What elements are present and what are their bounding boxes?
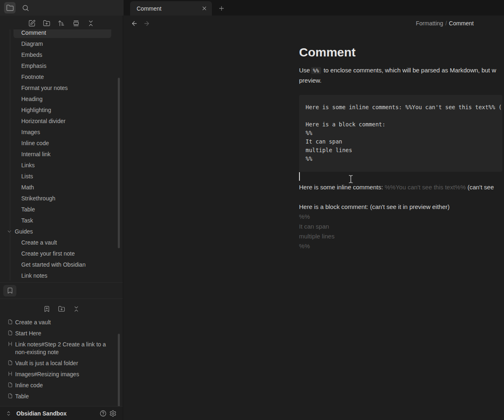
sidebar-item-file[interactable]: Links [14,159,111,171]
indent-guide-line [10,29,10,281]
search-icon [22,4,29,12]
preview-block-intro: Here is a block comment: (can't see it i… [299,202,450,212]
inline-code-chip: %% [311,67,321,74]
files-panel-button[interactable] [4,2,16,13]
bookmark-item[interactable]: Images#Resizing images [0,369,123,380]
code-line: %% [306,129,496,137]
preview-block-paragraph[interactable]: Here is a block comment: (can't see it i… [299,202,450,251]
bookmarks-toolbar [0,299,123,316]
faded-comment-line: multiple lines [299,231,450,241]
sidebar-item-file[interactable]: Inline code [14,137,111,148]
file-icon [7,382,13,388]
intro-pre: Use [299,67,310,74]
chevrons-up-down-icon[interactable] [6,411,11,416]
faded-comment-line: %% [299,241,450,251]
sidebar-folder-guides[interactable]: Guides [0,226,123,237]
bookmark-item[interactable]: Link notes#Step 2 Create a link to a non… [0,339,123,358]
bookmark-item[interactable]: Start Here [0,328,123,339]
code-line [306,112,496,120]
sidebar-item-file[interactable]: Images [14,126,111,137]
sidebar-item-file[interactable]: Create a vault [14,237,111,248]
bookmark-item[interactable]: Inline code [0,380,123,391]
tab-bar: Comment [124,0,504,16]
help-circle-icon [99,410,107,417]
sidebar-item-file[interactable]: Create your first note [14,248,111,259]
tab-comment[interactable]: Comment [130,1,212,16]
folder-label: Guides [15,228,33,235]
file-tree: Comment Diagram Embeds Emphasis Footnote… [0,29,123,282]
guides-children: Create a vault Create your first note Ge… [0,237,123,281]
chevrons-down-up-icon [87,20,94,27]
intro-paragraph[interactable]: Use%% to enclose comments, which will be… [299,65,496,85]
file-icon [7,319,13,325]
sidebar-item-file[interactable]: Get started with Obsidian [14,259,111,270]
note-title[interactable]: Comment [299,45,356,60]
bookmarks-panel-button[interactable] [3,285,16,296]
code-line: Here is some inline comments: %%You can'… [306,103,496,112]
sidebar-item-file[interactable]: Emphasis [14,60,111,71]
sidebar-item-file[interactable]: Embeds [14,49,111,60]
new-folder-button[interactable] [41,18,52,29]
obsidian-window: Comment [0,0,504,420]
faded-comment-line: It can span [299,222,450,231]
breadcrumb-current[interactable]: Comment [449,20,474,27]
sidebar-item-file[interactable]: Heading [14,93,111,104]
bookmarks-scrollbar[interactable] [118,334,120,406]
vault-name[interactable]: Obsidian Sandbox [16,410,67,417]
forward-arrow-icon[interactable] [142,18,151,28]
preview-inline-post: (can't see [466,184,494,191]
heading-icon [7,371,13,377]
bookmark-item[interactable]: Create a vault [0,317,123,328]
preview-inline-paragraph[interactable]: Here is some inline comments: %%You can'… [299,182,494,192]
sidebar-item-file[interactable]: Strikethrough [14,193,111,204]
new-tab-button[interactable] [216,3,227,13]
sort-order-button[interactable] [56,18,67,29]
file-list-scrollbar[interactable] [118,78,120,248]
sidebar-item-file[interactable]: Link notes [14,270,111,281]
sidebar-item-file[interactable]: Highlighting [14,104,111,115]
tab-title: Comment [137,5,200,12]
breadcrumb-separator: / [443,20,449,27]
faded-comment-line: %% [299,212,450,222]
code-lines: Here is some inline comments: %%You can'… [306,103,496,163]
sidebar-item-file[interactable]: Table [14,204,111,215]
code-line: %% [306,155,496,163]
sidebar-item-file[interactable]: Format your notes [14,82,111,93]
sidebar-item-file[interactable]: Footnote [14,71,111,82]
faded-comment-text: %%You can't see this text%% [385,184,466,191]
gear-icon [109,410,117,417]
sidebar-item-file[interactable]: Horizontal divider [14,115,111,126]
sidebar-item-file[interactable]: Math [14,182,111,193]
sidebar-item-file[interactable]: Diagram [14,38,111,49]
bookmark-item[interactable]: Vault is just a local folder [0,358,123,369]
back-arrow-icon[interactable] [129,18,139,28]
expand-button[interactable] [70,18,82,29]
sidebar-item-file[interactable]: Comment [14,29,111,38]
vault-switcher-bar: Obsidian Sandbox [0,406,123,420]
heading-icon [7,341,13,347]
bookmark-current-button[interactable] [41,303,52,314]
tab-close-icon[interactable] [200,4,209,13]
new-note-button[interactable] [26,18,38,29]
sidebar-item-file[interactable]: Internal link [14,148,111,159]
editor-pane: Formatting/Comment Comment Use%% to encl… [124,16,504,420]
markdown-code-block[interactable]: Here is some inline comments: %%You can'… [299,95,502,172]
file-icon [7,360,13,366]
sidebar-item-file[interactable]: Lists [14,171,111,182]
breadcrumb-parent[interactable]: Formatting [416,20,443,27]
bookmark-item[interactable]: Table [0,391,123,402]
collapse-all-button[interactable] [85,18,97,29]
file-icon [7,330,13,336]
new-bookmark-group-button[interactable] [56,303,67,314]
intro-line2: preview. [299,76,496,85]
collapse-all-bookmarks-button[interactable] [70,303,82,314]
search-panel-button[interactable] [20,2,31,13]
code-line: It can span [306,137,496,146]
folder-plus-icon [58,305,65,312]
bookmark-plus-icon [43,305,50,312]
settings-button[interactable] [108,409,118,418]
bookmarks-list: Create a vault Start Here [0,316,123,402]
help-button[interactable] [98,409,108,418]
sidebar-item-file[interactable]: Task [14,215,111,226]
intro-post: to enclose comments, which will be parse… [322,67,496,74]
